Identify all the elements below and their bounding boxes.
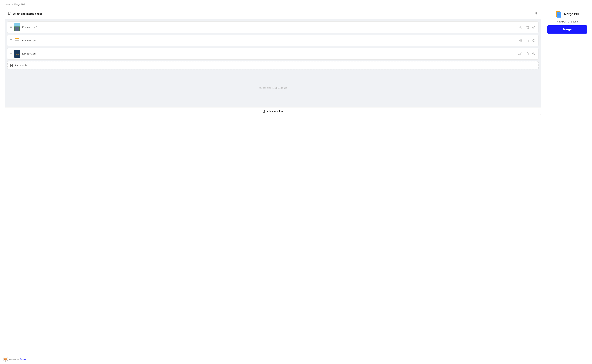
file-item: Example 2.pdf 3: [7, 35, 538, 46]
svg-point-9: [536, 13, 537, 14]
file-item: EXTREME GAMING Example 3.pdf 15: [7, 48, 538, 60]
panel-title: Select and merge pages: [8, 12, 43, 16]
drop-hint-text: You can drop files here to add: [259, 87, 287, 89]
apryse-link[interactable]: Apryse: [20, 358, 26, 360]
file-pages-3: 15: [518, 52, 523, 55]
svg-point-8: [536, 13, 536, 14]
file-thumb-1: [14, 23, 20, 31]
file-actions-3: [526, 52, 536, 56]
file-thumb-3: EXTREME GAMING: [14, 50, 20, 58]
file-name-3: Example 3.pdf: [22, 52, 516, 55]
main-panel: Select and merge pages: [5, 9, 541, 115]
breadcrumb: Home > Merge PDF: [5, 3, 587, 6]
cookie-icon: 🍪: [3, 357, 8, 362]
svg-point-5: [536, 13, 536, 13]
page-footer: 🍪 powered by Apryse: [3, 357, 26, 362]
svg-rect-22: [10, 40, 12, 40]
delete-button-1[interactable]: [526, 25, 530, 29]
file-actions-2: [526, 38, 536, 43]
file-name-2: Example 2.pdf: [22, 39, 517, 42]
file-pages-2: 3: [519, 39, 523, 42]
panel-title-text: Select and merge pages: [13, 12, 43, 15]
breadcrumb-current: Merge PDF: [14, 3, 25, 6]
preview-button-2[interactable]: [531, 39, 536, 42]
delete-button-3[interactable]: [526, 52, 530, 56]
drop-zone: You can drop files here to add: [7, 71, 538, 105]
merge-icon-area: Merge PDF: [555, 10, 580, 18]
panel-header: Select and merge pages: [5, 9, 541, 19]
expand-button[interactable]: »: [566, 38, 568, 41]
svg-point-36: [533, 53, 534, 54]
panel-footer-add[interactable]: Add more files: [5, 107, 541, 115]
file-thumb-2: [14, 37, 20, 44]
file-name-1: Example 1 .pdf: [22, 26, 515, 28]
file-item: Example 1 .pdf 125: [7, 21, 538, 33]
svg-rect-31: [10, 54, 12, 54]
drag-handle-3[interactable]: [10, 52, 12, 55]
breadcrumb-separator: >: [12, 3, 13, 6]
svg-point-28: [533, 40, 534, 41]
file-actions-1: [526, 25, 536, 29]
powered-by-text: powered by: [9, 358, 19, 360]
drag-handle-2[interactable]: [10, 39, 12, 42]
merge-button[interactable]: Merge: [547, 26, 587, 33]
preview-button-1[interactable]: [531, 26, 536, 29]
svg-point-6: [536, 13, 537, 13]
files-area: Example 1 .pdf 125: [5, 19, 541, 107]
merge-pdf-icon: [555, 10, 562, 18]
drag-handle-1[interactable]: [10, 26, 12, 29]
svg-point-20: [533, 27, 534, 28]
svg-rect-21: [10, 39, 12, 40]
svg-point-10: [535, 14, 535, 14]
svg-rect-29: [10, 53, 12, 53]
file-pages-1: 125: [517, 26, 523, 28]
svg-rect-14: [10, 27, 12, 27]
svg-rect-30: [10, 53, 12, 54]
preview-button-3[interactable]: [531, 52, 536, 56]
svg-point-11: [536, 14, 536, 14]
merge-title: Merge PDF: [564, 12, 580, 16]
svg-rect-15: [10, 27, 12, 28]
delete-button-2[interactable]: [526, 38, 530, 43]
new-pdf-label: New PDF: 143 page: [557, 20, 578, 23]
right-panel: Merge PDF New PDF: 143 page Merge »: [547, 9, 587, 41]
svg-rect-13: [10, 26, 12, 26]
svg-point-12: [536, 14, 537, 14]
breadcrumb-home[interactable]: Home: [5, 3, 10, 6]
merge-icon: [8, 12, 11, 16]
svg-rect-0: [8, 12, 10, 14]
add-more-inline-label: Add more files: [15, 64, 28, 66]
grid-menu-button[interactable]: [534, 11, 538, 16]
footer-add-label: Add more files: [267, 110, 283, 113]
add-more-files-inline[interactable]: Add more files: [7, 61, 538, 69]
svg-point-4: [535, 13, 535, 13]
svg-rect-23: [10, 41, 12, 41]
svg-point-7: [535, 13, 535, 14]
